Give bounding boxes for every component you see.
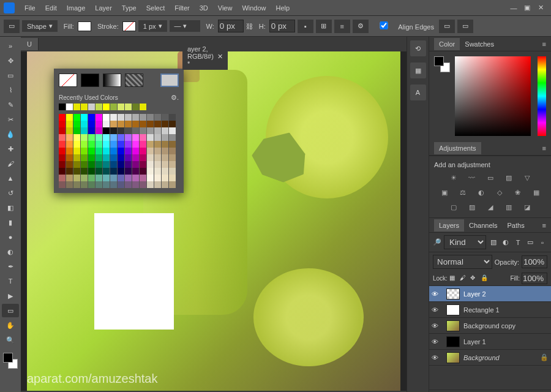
swatch[interactable] [96, 114, 102, 121]
swatch[interactable] [73, 141, 80, 148]
visibility-icon[interactable]: 👁 [432, 322, 443, 330]
swatch[interactable] [110, 141, 117, 148]
swatch[interactable] [125, 114, 132, 121]
menu-3d[interactable]: 3D [195, 2, 213, 14]
swatch[interactable] [154, 175, 161, 181]
layer-thumb[interactable] [446, 352, 460, 363]
popup-gear-icon[interactable]: ⚙. [171, 94, 179, 102]
color-picker-icon[interactable]: ▦ [160, 74, 179, 87]
lasso-tool[interactable]: ⌇ [2, 83, 19, 97]
layer-name[interactable]: Layer 2 [463, 290, 549, 298]
swatch[interactable] [140, 181, 146, 188]
adjustment-icon[interactable]: ▭ [484, 172, 497, 183]
minimize-icon[interactable]: — [507, 2, 520, 13]
swatch[interactable] [125, 141, 132, 148]
swatch[interactable] [66, 141, 73, 148]
swatch[interactable] [66, 175, 73, 181]
swatch[interactable] [132, 161, 139, 168]
workspace-layout-icon[interactable]: ▭ [457, 20, 473, 33]
swatch[interactable] [162, 141, 168, 148]
swatch[interactable] [103, 154, 110, 161]
fill-opacity-input[interactable] [522, 273, 547, 284]
swatch[interactable] [59, 168, 66, 175]
swatch[interactable] [140, 134, 146, 141]
swatch[interactable] [59, 154, 66, 161]
swatch[interactable] [118, 175, 124, 181]
swatch[interactable] [59, 121, 66, 127]
swatch[interactable] [154, 148, 161, 154]
swatch[interactable] [110, 134, 117, 141]
align-icon[interactable]: ⊞ [316, 20, 332, 33]
swatch[interactable] [103, 127, 110, 134]
character-panel-icon[interactable]: A [410, 85, 426, 100]
swatch[interactable] [118, 148, 124, 154]
stroke-width-dropdown[interactable]: 1 px▾ [138, 20, 167, 32]
channels-tab[interactable]: Channels [464, 219, 502, 232]
swatch[interactable] [140, 121, 146, 127]
lock-transparent-icon[interactable]: ▦ [449, 274, 458, 283]
swatch[interactable] [118, 161, 124, 168]
adjustment-icon[interactable]: ▢ [448, 202, 460, 213]
layer-name[interactable]: Rectangle 1 [463, 306, 549, 314]
swatch[interactable] [169, 114, 176, 121]
swatch[interactable] [59, 104, 66, 110]
adjustment-icon[interactable]: ⚖ [457, 187, 469, 198]
swatch[interactable] [73, 168, 80, 175]
filter-shape-icon[interactable]: ▭ [525, 238, 535, 247]
shape-mode-dropdown[interactable]: Shape▾ [22, 20, 58, 32]
swatch[interactable] [125, 104, 132, 110]
adjustment-icon[interactable]: ▣ [438, 187, 451, 198]
swatch[interactable] [118, 141, 124, 148]
properties-panel-icon[interactable]: ▦ [410, 62, 426, 78]
swatch[interactable] [154, 121, 161, 127]
swatch[interactable] [118, 134, 124, 141]
swatch[interactable] [132, 134, 139, 141]
menu-window[interactable]: Window [237, 2, 271, 14]
swatch[interactable] [81, 121, 88, 127]
menu-select[interactable]: Select [141, 2, 170, 14]
swatch[interactable] [147, 114, 154, 121]
swatch[interactable] [132, 154, 139, 161]
swatch[interactable] [66, 181, 73, 188]
swatch[interactable] [132, 148, 139, 154]
swatch[interactable] [96, 134, 102, 141]
swatch[interactable] [154, 141, 161, 148]
filter-pixel-icon[interactable]: ▧ [489, 238, 498, 247]
adjustment-icon[interactable]: ▦ [530, 187, 542, 198]
swatch[interactable] [59, 134, 66, 141]
align-edges-check[interactable]: Align Edges [371, 21, 434, 31]
swatch[interactable] [140, 175, 146, 181]
panel-menu-icon[interactable]: ≡ [542, 145, 546, 152]
swatch[interactable] [162, 121, 168, 127]
swatch[interactable] [103, 181, 110, 188]
swatch[interactable] [162, 175, 168, 181]
layer-name[interactable]: Layer 1 [463, 338, 549, 345]
color-field[interactable] [455, 56, 531, 136]
swatch[interactable] [103, 168, 110, 175]
menu-edit[interactable]: Edit [40, 2, 62, 14]
adjustment-icon[interactable]: ▥ [503, 202, 515, 213]
white-rectangle-shape[interactable] [94, 213, 174, 330]
document-tab[interactable]: U [21, 38, 39, 50]
swatch[interactable] [132, 175, 139, 181]
menu-view[interactable]: View [213, 2, 238, 14]
swatch[interactable] [140, 104, 146, 110]
swatch[interactable] [59, 181, 66, 188]
swatch[interactable] [103, 121, 110, 127]
swatch[interactable] [154, 168, 161, 175]
swatch[interactable] [147, 154, 154, 161]
adjustment-icon[interactable]: ◇ [493, 187, 506, 198]
zoom-tool[interactable]: 🔍 [2, 333, 19, 347]
swatch[interactable] [132, 104, 139, 110]
swatch[interactable] [66, 127, 73, 134]
fill-swatch[interactable] [78, 21, 91, 31]
swatch[interactable] [118, 104, 124, 110]
swatch[interactable] [110, 161, 117, 168]
swatch[interactable] [88, 148, 95, 154]
swatch[interactable] [73, 134, 80, 141]
swatch[interactable] [110, 154, 117, 161]
layer-thumb[interactable] [446, 320, 460, 331]
layer-thumb[interactable] [446, 304, 460, 315]
swatch[interactable] [110, 181, 117, 188]
layers-tab[interactable]: Layers [434, 219, 464, 232]
